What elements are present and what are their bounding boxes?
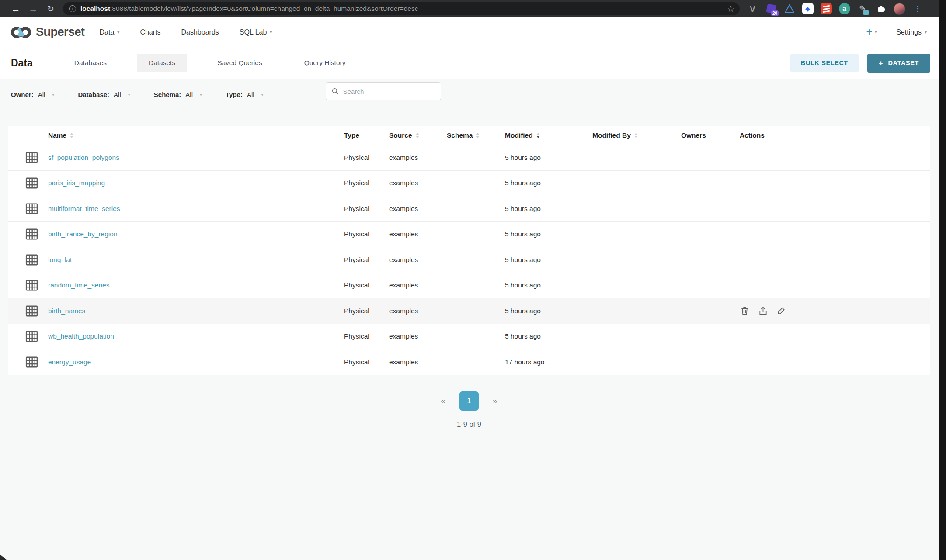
- dataset-name-link[interactable]: birth_france_by_region: [48, 230, 118, 238]
- dataset-source: examples: [389, 154, 447, 162]
- sort-icon[interactable]: [476, 133, 480, 138]
- sort-icon[interactable]: [70, 133, 73, 138]
- diamond-extension-icon[interactable]: ◆: [802, 3, 814, 15]
- table-row: random_time_series Physical examples 5 h…: [8, 273, 930, 298]
- search-box[interactable]: [326, 82, 441, 100]
- filter-value: All: [38, 91, 45, 98]
- dataset-type: Physical: [344, 154, 389, 162]
- todoist-icon[interactable]: [820, 3, 832, 15]
- browser-menu-icon[interactable]: ⋮: [912, 3, 924, 15]
- table-row: sf_population_polygons Physical examples…: [8, 145, 930, 170]
- column-label: Modified By: [592, 131, 631, 139]
- dataset-type: Physical: [344, 307, 389, 315]
- export-icon[interactable]: [758, 306, 768, 316]
- column-header-name[interactable]: Name: [48, 131, 344, 139]
- bookmark-star-icon[interactable]: ☆: [727, 4, 734, 14]
- dataset-grid-icon: [25, 305, 48, 317]
- dataset-name-link[interactable]: multiformat_time_series: [48, 205, 120, 212]
- sort-icon[interactable]: [416, 133, 419, 138]
- plus-icon: +: [879, 59, 883, 67]
- settings-menu[interactable]: Settings ▾: [896, 28, 927, 36]
- dataset-name-link[interactable]: wb_health_population: [48, 332, 114, 340]
- page-1-button[interactable]: 1: [459, 391, 479, 411]
- dataset-type: Physical: [344, 358, 389, 366]
- triangle-extension-icon[interactable]: [783, 3, 795, 15]
- superset-logo[interactable]: Superset: [10, 25, 85, 39]
- dataset-modified: 5 hours ago: [505, 332, 592, 340]
- column-header-type[interactable]: Type: [344, 131, 389, 139]
- address-bar[interactable]: i localhost:8088/tablemodelview/list/?pa…: [63, 2, 740, 15]
- filter-label: Type:: [226, 91, 243, 98]
- column-header-modified_by[interactable]: Modified By: [592, 131, 681, 139]
- dataset-type: Physical: [344, 332, 389, 340]
- filter-type[interactable]: Type: All ▾: [226, 91, 264, 98]
- navbar-right: + ▾ Settings ▾: [866, 27, 927, 37]
- dataset-modified: 5 hours ago: [505, 281, 592, 289]
- dataset-name-link[interactable]: birth_names: [48, 307, 85, 315]
- sort-icon[interactable]: [634, 133, 638, 138]
- column-header-source[interactable]: Source: [389, 131, 447, 139]
- dataset-source: examples: [389, 256, 447, 264]
- dataset-name-link[interactable]: sf_population_polygons: [48, 154, 119, 161]
- dataset-name-link[interactable]: energy_usage: [48, 358, 91, 366]
- dataset-grid-icon: [25, 254, 48, 266]
- chevron-down-icon: ▾: [925, 30, 927, 35]
- table-row: paris_iris_mapping Physical examples 5 h…: [8, 170, 930, 196]
- purple-extension-icon[interactable]: 20: [765, 3, 777, 15]
- dataset-name-link[interactable]: paris_iris_mapping: [48, 179, 105, 187]
- dataset-name-link[interactable]: long_lat: [48, 256, 72, 263]
- dataset-source: examples: [389, 230, 447, 238]
- filter-owner[interactable]: Owner: All ▾: [11, 91, 54, 98]
- header-actions: BULK SELECT + DATASET: [790, 54, 930, 73]
- bulk-select-button[interactable]: BULK SELECT: [790, 54, 859, 72]
- tab-databases[interactable]: Databases: [63, 54, 118, 72]
- filter-database[interactable]: Database: All ▾: [78, 91, 130, 98]
- profile-avatar[interactable]: [894, 3, 905, 15]
- dataset-grid-icon: [25, 177, 48, 189]
- dataset-type: Physical: [344, 281, 389, 289]
- column-label: Type: [344, 131, 359, 139]
- search-input[interactable]: [343, 88, 435, 95]
- settings-label: Settings: [896, 28, 922, 36]
- nav-item-dashboards[interactable]: Dashboards: [181, 28, 219, 36]
- chevron-down-icon: ▾: [117, 30, 119, 35]
- dataset-name-link[interactable]: random_time_series: [48, 281, 109, 289]
- vue-devtools-icon[interactable]: V: [747, 3, 758, 15]
- nav-item-charts[interactable]: Charts: [140, 28, 160, 36]
- delete-icon[interactable]: [740, 306, 750, 316]
- brand-name: Superset: [36, 25, 85, 39]
- next-page-button[interactable]: »: [490, 396, 500, 406]
- nav-item-sql-lab[interactable]: SQL Lab ▾: [240, 28, 272, 36]
- column-label: Source: [389, 131, 412, 139]
- column-header-owners[interactable]: Owners: [681, 131, 740, 139]
- chevron-down-icon: ▾: [875, 30, 877, 35]
- sort-icon[interactable]: [536, 133, 540, 138]
- tab-datasets[interactable]: Datasets: [137, 54, 187, 72]
- extensions-puzzle-icon[interactable]: [875, 3, 887, 15]
- column-header-modified[interactable]: Modified: [505, 131, 592, 139]
- add-dataset-button[interactable]: + DATASET: [867, 54, 930, 73]
- site-info-icon[interactable]: i: [69, 5, 76, 12]
- browser-forward-icon[interactable]: →: [24, 4, 42, 14]
- column-header-actions[interactable]: Actions: [740, 131, 930, 139]
- tab-query-history[interactable]: Query History: [292, 54, 358, 72]
- dataset-source: examples: [389, 179, 447, 187]
- browser-back-icon[interactable]: ←: [7, 4, 24, 14]
- browser-window: ← → ↻ i localhost:8088/tablemodelview/li…: [0, 0, 939, 560]
- new-item-button[interactable]: + ▾: [866, 27, 877, 37]
- filter-schema[interactable]: Schema: All ▾: [154, 91, 202, 98]
- column-label: Name: [48, 131, 66, 139]
- dataset-source: examples: [389, 332, 447, 340]
- add-dataset-label: DATASET: [888, 59, 919, 66]
- column-label: Owners: [681, 131, 706, 139]
- table-row: long_lat Physical examples 5 hours ago: [8, 247, 930, 273]
- pagination-summary: 1-9 of 9: [8, 420, 930, 429]
- edit-icon[interactable]: [776, 306, 786, 316]
- pen-extension-icon[interactable]: ✎: [857, 3, 869, 15]
- prev-page-button[interactable]: «: [438, 396, 448, 406]
- tab-saved-queries[interactable]: Saved Queries: [205, 54, 274, 72]
- browser-reload-icon[interactable]: ↻: [42, 5, 59, 13]
- nav-item-data[interactable]: Data ▾: [100, 28, 120, 36]
- amazon-extension-icon[interactable]: a: [838, 3, 850, 15]
- column-header-schema[interactable]: Schema: [447, 131, 505, 139]
